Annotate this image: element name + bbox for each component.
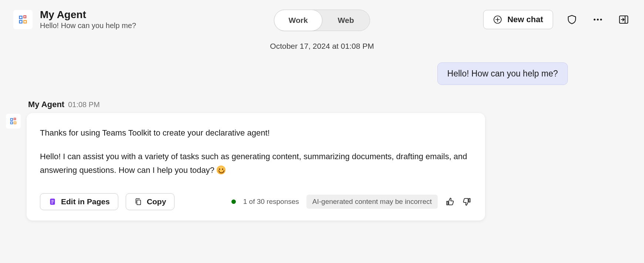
smile-emoji-icon (217, 165, 226, 174)
user-message-bubble: Hello! How can you help me? (437, 62, 568, 85)
ai-disclaimer: AI-generated content may be incorrect (306, 195, 438, 209)
edit-in-pages-label: Edit in Pages (61, 197, 110, 206)
agent-message-p1: Thanks for using Teams Toolkit to create… (40, 126, 472, 140)
privacy-button[interactable] (565, 13, 579, 27)
thumbs-down-button[interactable] (462, 197, 472, 206)
thumbs-up-icon (445, 197, 455, 206)
copy-button[interactable]: Copy (126, 193, 175, 210)
new-chat-button[interactable]: New chat (483, 10, 553, 29)
agent-message-name: My Agent (28, 100, 64, 109)
svg-rect-8 (137, 200, 140, 205)
thumbs-up-button[interactable] (445, 197, 455, 206)
agent-message-card: Thanks for using Teams Toolkit to create… (27, 113, 485, 221)
agent-logo-icon (18, 14, 28, 25)
source-toggle[interactable]: Work Web (274, 10, 370, 31)
edit-in-pages-button[interactable]: Edit in Pages (40, 193, 118, 210)
more-button[interactable] (591, 13, 605, 27)
thumbs-down-icon (462, 197, 472, 206)
svg-rect-6 (14, 118, 16, 120)
more-horizontal-icon (592, 14, 603, 25)
panel-toggle-button[interactable] (617, 13, 631, 27)
copy-label: Copy (147, 197, 166, 206)
agent-message-p2: Hello! I can assist you with a variety o… (40, 150, 472, 177)
agent-avatar (13, 10, 33, 29)
page-subtitle: Hello! How can you help me? (40, 21, 136, 30)
svg-point-4 (600, 18, 602, 20)
shield-icon (566, 14, 577, 25)
svg-rect-0 (24, 16, 26, 18)
status-dot-icon (231, 199, 236, 204)
toggle-work[interactable]: Work (274, 10, 322, 31)
new-chat-icon (493, 15, 502, 24)
new-chat-label: New chat (507, 15, 543, 24)
agent-message-time: 01:08 PM (68, 100, 100, 109)
agent-logo-icon (9, 117, 17, 125)
date-separator: October 17, 2024 at 01:08 PM (0, 34, 644, 62)
agent-message-avatar (6, 114, 21, 129)
svg-point-2 (594, 18, 596, 20)
toggle-web[interactable]: Web (322, 10, 370, 31)
copy-icon (134, 198, 142, 206)
pages-icon (48, 198, 57, 206)
response-count: 1 of 30 responses (243, 198, 299, 206)
page-title: My Agent (40, 9, 136, 21)
svg-point-3 (597, 18, 599, 20)
panel-collapse-icon (618, 14, 629, 25)
